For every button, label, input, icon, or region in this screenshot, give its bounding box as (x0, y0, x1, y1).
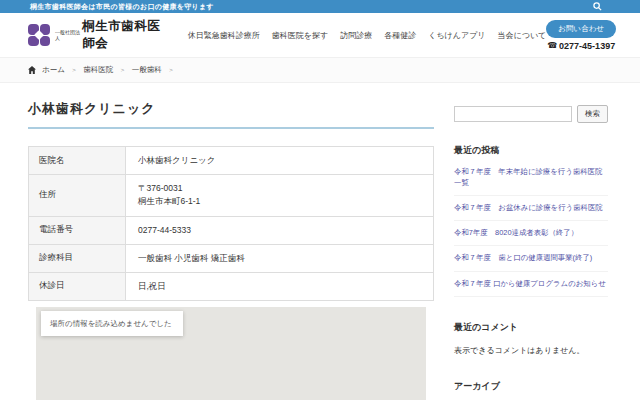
recent-posts-heading: 最近の投稿 (454, 144, 608, 157)
contact-button[interactable]: お問い合わせ (546, 20, 616, 38)
map-embed: 場所の情報を読み込めませんでした (36, 307, 426, 400)
site-logo[interactable]: 一般社団法人 桐生市歯科医師会 (28, 18, 170, 52)
postal-code: 〒376-0031 (138, 182, 421, 195)
row-label: 電話番号 (29, 216, 126, 244)
table-row: 休診日 日,祝日 (29, 272, 434, 300)
breadcrumb: ホーム ＞ 歯科医院 ＞ 一般歯科 ＞ (0, 57, 640, 83)
logo-icon (28, 24, 50, 46)
row-label: 診療科目 (29, 244, 126, 272)
nav-item-find-clinic[interactable]: 歯科医院を探す (272, 30, 328, 41)
archive-heading: アーカイブ (454, 380, 608, 393)
post-link-8020[interactable]: 令和7年度 8020達成者表彰（終了） (454, 221, 608, 246)
recent-posts-list: 令和７年度 年末年始に診療を行う歯科医院一覧 令和７年度 お盆休みに診療を行う歯… (454, 160, 608, 297)
row-value: 0277-44-5333 (126, 216, 434, 244)
clinic-detail: 小林歯科クリニック 医院名 小林歯科クリニック 住所 〒376-0031 桐生市… (28, 100, 434, 400)
table-row: 電話番号 0277-44-5333 (29, 216, 434, 244)
org-type-label: 一般社団法人 (55, 29, 80, 41)
top-announcement-bar: 桐生市歯科医師会は市民の皆様のお口の健康を守ります (0, 0, 640, 13)
chevron-separator-icon: ＞ (119, 66, 126, 75)
no-comments-text: 表示できるコメントはありません。 (454, 345, 608, 356)
clinic-info-table: 医院名 小林歯科クリニック 住所 〒376-0031 桐生市本町6-1-1 電話… (28, 146, 434, 301)
title-underline (28, 127, 434, 129)
nav-item-visit-care[interactable]: 訪問診療 (340, 30, 372, 41)
page-title: 小林歯科クリニック (28, 100, 434, 118)
header-contact: お問い合わせ ☎ 0277-45-1397 (546, 20, 616, 51)
row-label: 休診日 (29, 272, 126, 300)
post-link-obon[interactable]: 令和７年度 お盆休みに診療を行う歯科医院 (454, 196, 608, 221)
post-link-health-week[interactable]: 令和７年度 歯と口の健康週間事業(終了) (454, 246, 608, 271)
breadcrumb-dental-clinics[interactable]: 歯科医院 (83, 65, 113, 75)
nav-item-app[interactable]: くちけんアプリ (428, 30, 485, 41)
row-label: 住所 (29, 175, 126, 216)
nav-item-emergency[interactable]: 休日緊急歯科診療所 (188, 30, 260, 41)
main-nav: 休日緊急歯科診療所 歯科医院を探す 訪問診療 各種健診 くちけんアプリ 当会につ… (188, 30, 546, 41)
phone-number-text: 0277-45-1397 (559, 41, 615, 51)
site-title: 桐生市歯科医師会 (82, 18, 170, 52)
main-area: 小林歯科クリニック 医院名 小林歯科クリニック 住所 〒376-0031 桐生市… (0, 83, 640, 400)
chevron-separator-icon: ＞ (71, 66, 78, 75)
nav-item-checkups[interactable]: 各種健診 (384, 30, 416, 41)
row-value: 小林歯科クリニック (126, 147, 434, 175)
row-value: 〒376-0031 桐生市本町6-1-1 (126, 175, 434, 216)
post-link-health-program[interactable]: 令和７年度 口から健康プログラムのお知らせ (454, 272, 608, 297)
chevron-separator-icon: ＞ (168, 66, 175, 75)
breadcrumb-home[interactable]: ホーム (42, 65, 65, 75)
search-button[interactable]: 検索 (577, 105, 608, 123)
search-input[interactable] (454, 106, 572, 122)
row-value: 一般歯科 小児歯科 矯正歯科 (126, 244, 434, 272)
search-icon[interactable] (593, 2, 602, 11)
table-row: 医院名 小林歯科クリニック (29, 147, 434, 175)
phone-icon: ☎ (547, 41, 557, 50)
site-tagline: 桐生市歯科医師会は市民の皆様のお口の健康を守ります (30, 2, 214, 12)
site-header: 一般社団法人 桐生市歯科医師会 休日緊急歯科診療所 歯科医院を探す 訪問診療 各… (0, 13, 640, 57)
row-label: 医院名 (29, 147, 126, 175)
table-row: 住所 〒376-0031 桐生市本町6-1-1 (29, 175, 434, 216)
street-address: 桐生市本町6-1-1 (138, 195, 421, 208)
table-row: 診療科目 一般歯科 小児歯科 矯正歯科 (29, 244, 434, 272)
recent-comments-heading: 最近のコメント (454, 321, 608, 334)
sidebar: 検索 最近の投稿 令和７年度 年末年始に診療を行う歯科医院一覧 令和７年度 お盆… (454, 100, 608, 400)
map-error-tooltip: 場所の情報を読み込めませんでした (41, 311, 183, 336)
row-value: 日,祝日 (126, 272, 434, 300)
sidebar-search: 検索 (454, 105, 608, 123)
nav-item-about[interactable]: 当会について (498, 30, 547, 41)
breadcrumb-general-dentistry[interactable]: 一般歯科 (132, 65, 162, 75)
post-link-nenmatsu[interactable]: 令和７年度 年末年始に診療を行う歯科医院一覧 (454, 160, 608, 196)
phone-number[interactable]: ☎ 0277-45-1397 (547, 41, 615, 51)
home-icon (28, 66, 36, 74)
